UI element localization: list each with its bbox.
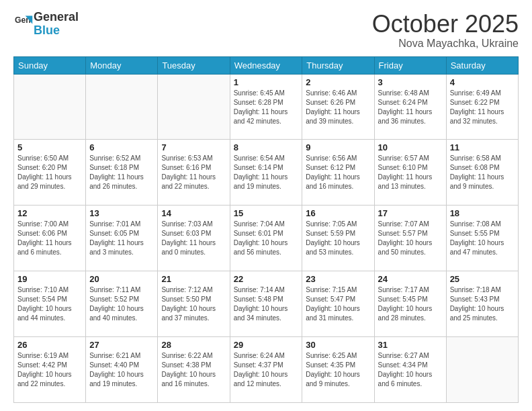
calendar-cell: 4Sunrise: 6:49 AM Sunset: 6:22 PM Daylig… <box>446 74 518 140</box>
calendar-cell: 30Sunrise: 6:25 AM Sunset: 4:35 PM Dayli… <box>302 337 374 403</box>
calendar-cell: 21Sunrise: 7:12 AM Sunset: 5:50 PM Dayli… <box>158 271 230 337</box>
calendar-week-row: 1Sunrise: 6:45 AM Sunset: 6:28 PM Daylig… <box>14 74 519 140</box>
day-number: 21 <box>161 274 226 284</box>
calendar-cell: 2Sunrise: 6:46 AM Sunset: 6:26 PM Daylig… <box>302 74 374 140</box>
day-info: Sunrise: 6:25 AM Sunset: 4:35 PM Dayligh… <box>306 351 370 389</box>
day-number: 23 <box>306 274 370 284</box>
day-info: Sunrise: 6:27 AM Sunset: 4:34 PM Dayligh… <box>378 351 443 389</box>
day-info: Sunrise: 7:11 AM Sunset: 5:52 PM Dayligh… <box>89 285 154 323</box>
day-number: 11 <box>450 142 515 152</box>
calendar-header-row: SundayMondayTuesdayWednesdayThursdayFrid… <box>14 56 519 74</box>
calendar-cell: 14Sunrise: 7:03 AM Sunset: 6:03 PM Dayli… <box>158 205 230 271</box>
calendar-cell: 13Sunrise: 7:01 AM Sunset: 6:05 PM Dayli… <box>86 205 158 271</box>
calendar-cell: 11Sunrise: 6:58 AM Sunset: 6:08 PM Dayli… <box>446 140 518 205</box>
day-info: Sunrise: 6:52 AM Sunset: 6:18 PM Dayligh… <box>89 154 154 191</box>
calendar-cell: 6Sunrise: 6:52 AM Sunset: 6:18 PM Daylig… <box>86 140 158 205</box>
calendar-week-row: 5Sunrise: 6:50 AM Sunset: 6:20 PM Daylig… <box>14 140 519 205</box>
day-info: Sunrise: 6:48 AM Sunset: 6:24 PM Dayligh… <box>378 89 443 126</box>
calendar-cell <box>86 74 158 140</box>
day-info: Sunrise: 7:14 AM Sunset: 5:48 PM Dayligh… <box>234 285 299 323</box>
day-number: 17 <box>378 208 443 218</box>
day-info: Sunrise: 6:57 AM Sunset: 6:10 PM Dayligh… <box>378 154 443 191</box>
day-number: 18 <box>450 208 515 218</box>
day-number: 22 <box>234 274 299 284</box>
day-number: 28 <box>161 340 226 350</box>
calendar-cell: 7Sunrise: 6:53 AM Sunset: 6:16 PM Daylig… <box>158 140 230 205</box>
calendar-cell: 24Sunrise: 7:17 AM Sunset: 5:45 PM Dayli… <box>374 271 446 337</box>
weekday-header: Tuesday <box>158 56 230 74</box>
calendar-cell: 3Sunrise: 6:48 AM Sunset: 6:24 PM Daylig… <box>374 74 446 140</box>
location: Nova Mayachka, Ukraine <box>372 38 519 50</box>
day-number: 31 <box>378 340 443 350</box>
day-info: Sunrise: 7:17 AM Sunset: 5:45 PM Dayligh… <box>378 285 443 323</box>
day-number: 24 <box>378 274 443 284</box>
calendar-cell <box>14 74 86 140</box>
weekday-header: Sunday <box>14 56 86 74</box>
day-info: Sunrise: 6:54 AM Sunset: 6:14 PM Dayligh… <box>234 154 299 191</box>
calendar-cell: 12Sunrise: 7:00 AM Sunset: 6:06 PM Dayli… <box>14 205 86 271</box>
day-number: 19 <box>17 274 82 284</box>
day-info: Sunrise: 6:53 AM Sunset: 6:16 PM Dayligh… <box>161 154 226 191</box>
calendar-cell: 15Sunrise: 7:04 AM Sunset: 6:01 PM Dayli… <box>230 205 302 271</box>
weekday-header: Saturday <box>446 56 518 74</box>
calendar-cell: 28Sunrise: 6:22 AM Sunset: 4:38 PM Dayli… <box>158 337 230 403</box>
day-number: 15 <box>234 208 299 218</box>
header: Gen General Blue October 2025 Nova Mayac… <box>13 11 519 50</box>
logo-line1: General <box>34 11 79 24</box>
day-number: 1 <box>234 77 299 87</box>
calendar-cell: 23Sunrise: 7:15 AM Sunset: 5:47 PM Dayli… <box>302 271 374 337</box>
day-number: 5 <box>17 142 82 152</box>
calendar-cell: 18Sunrise: 7:08 AM Sunset: 5:55 PM Dayli… <box>446 205 518 271</box>
day-info: Sunrise: 7:05 AM Sunset: 5:59 PM Dayligh… <box>306 220 370 257</box>
day-info: Sunrise: 7:18 AM Sunset: 5:43 PM Dayligh… <box>450 285 515 323</box>
day-number: 27 <box>89 340 154 350</box>
day-info: Sunrise: 6:49 AM Sunset: 6:22 PM Dayligh… <box>450 89 515 126</box>
day-number: 30 <box>306 340 370 350</box>
day-number: 10 <box>378 142 443 152</box>
day-number: 3 <box>378 77 443 87</box>
day-number: 29 <box>234 340 299 350</box>
weekday-header: Thursday <box>302 56 374 74</box>
calendar-cell: 17Sunrise: 7:07 AM Sunset: 5:57 PM Dayli… <box>374 205 446 271</box>
day-info: Sunrise: 7:12 AM Sunset: 5:50 PM Dayligh… <box>161 285 226 323</box>
page: Gen General Blue October 2025 Nova Mayac… <box>0 0 532 411</box>
logo-icon: Gen <box>15 13 34 32</box>
title-block: October 2025 Nova Mayachka, Ukraine <box>372 11 519 50</box>
day-number: 26 <box>17 340 82 350</box>
weekday-header: Monday <box>86 56 158 74</box>
calendar-cell: 8Sunrise: 6:54 AM Sunset: 6:14 PM Daylig… <box>230 140 302 205</box>
calendar-cell: 9Sunrise: 6:56 AM Sunset: 6:12 PM Daylig… <box>302 140 374 205</box>
calendar-week-row: 19Sunrise: 7:10 AM Sunset: 5:54 PM Dayli… <box>14 271 519 337</box>
logo-line2: Blue <box>34 24 79 38</box>
day-number: 2 <box>306 77 370 87</box>
day-info: Sunrise: 6:58 AM Sunset: 6:08 PM Dayligh… <box>450 154 515 191</box>
weekday-header: Wednesday <box>230 56 302 74</box>
calendar-cell: 10Sunrise: 6:57 AM Sunset: 6:10 PM Dayli… <box>374 140 446 205</box>
calendar-week-row: 26Sunrise: 6:19 AM Sunset: 4:42 PM Dayli… <box>14 337 519 403</box>
day-info: Sunrise: 7:07 AM Sunset: 5:57 PM Dayligh… <box>378 220 443 257</box>
calendar-table: SundayMondayTuesdayWednesdayThursdayFrid… <box>13 56 519 403</box>
day-number: 13 <box>89 208 154 218</box>
calendar-cell: 29Sunrise: 6:24 AM Sunset: 4:37 PM Dayli… <box>230 337 302 403</box>
calendar-cell: 27Sunrise: 6:21 AM Sunset: 4:40 PM Dayli… <box>86 337 158 403</box>
day-info: Sunrise: 6:50 AM Sunset: 6:20 PM Dayligh… <box>17 154 82 191</box>
calendar-cell: 31Sunrise: 6:27 AM Sunset: 4:34 PM Dayli… <box>374 337 446 403</box>
calendar-cell: 26Sunrise: 6:19 AM Sunset: 4:42 PM Dayli… <box>14 337 86 403</box>
day-info: Sunrise: 7:10 AM Sunset: 5:54 PM Dayligh… <box>17 285 82 323</box>
day-info: Sunrise: 7:03 AM Sunset: 6:03 PM Dayligh… <box>161 220 226 257</box>
day-number: 14 <box>161 208 226 218</box>
calendar-cell: 16Sunrise: 7:05 AM Sunset: 5:59 PM Dayli… <box>302 205 374 271</box>
logo: Gen General Blue <box>13 11 79 38</box>
calendar-cell: 25Sunrise: 7:18 AM Sunset: 5:43 PM Dayli… <box>446 271 518 337</box>
day-number: 4 <box>450 77 515 87</box>
day-info: Sunrise: 7:00 AM Sunset: 6:06 PM Dayligh… <box>17 220 82 257</box>
calendar-cell <box>446 337 518 403</box>
calendar-cell: 5Sunrise: 6:50 AM Sunset: 6:20 PM Daylig… <box>14 140 86 205</box>
day-number: 9 <box>306 142 370 152</box>
day-info: Sunrise: 7:15 AM Sunset: 5:47 PM Dayligh… <box>306 285 370 323</box>
weekday-header: Friday <box>374 56 446 74</box>
day-info: Sunrise: 6:24 AM Sunset: 4:37 PM Dayligh… <box>234 351 299 389</box>
calendar-week-row: 12Sunrise: 7:00 AM Sunset: 6:06 PM Dayli… <box>14 205 519 271</box>
day-number: 16 <box>306 208 370 218</box>
day-number: 25 <box>450 274 515 284</box>
